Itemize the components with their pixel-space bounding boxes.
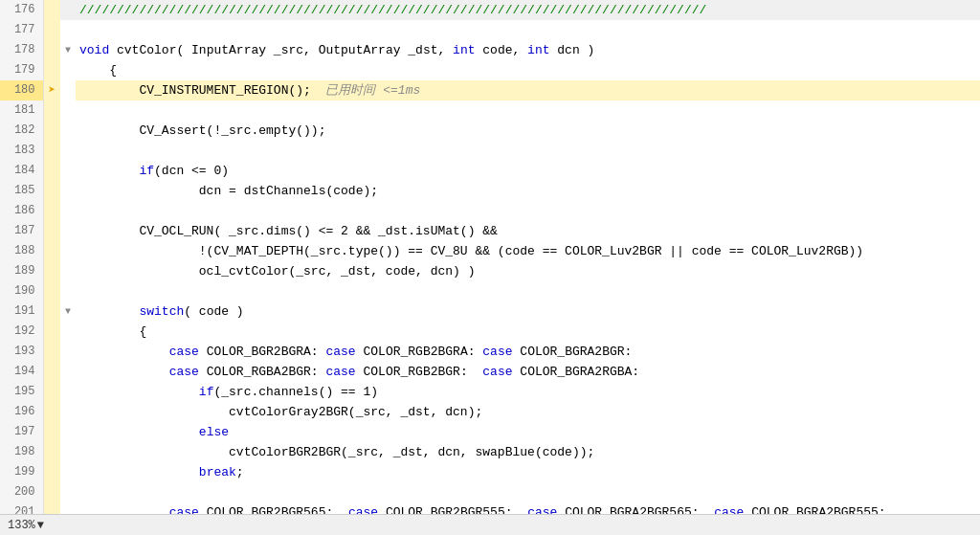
fold-indicator[interactable]: ▼ <box>60 301 76 322</box>
line-number: 176 <box>0 0 43 20</box>
line-number: 181 <box>0 100 43 121</box>
code-content: CV_Assert(!_src.empty()); <box>76 121 980 141</box>
fold-indicator <box>60 20 76 40</box>
table-row: 191▼ switch( code ) <box>0 301 980 322</box>
table-row: 178▼void cvtColor( InputArray _src, Outp… <box>0 40 980 60</box>
table-row: 200 <box>0 482 980 502</box>
debug-arrow <box>43 462 60 482</box>
table-row: 187 CV_OCL_RUN( _src.dims() <= 2 && _dst… <box>0 221 980 241</box>
debug-arrow <box>43 100 60 121</box>
table-row: 180➤ CV_INSTRUMENT_REGION(); 已用时间 <=1ms <box>0 80 980 100</box>
code-content <box>76 201 980 221</box>
table-row: 184 if(dcn <= 0) <box>0 161 980 181</box>
line-number: 195 <box>0 382 43 402</box>
table-row: 185 dcn = dstChannels(code); <box>0 181 980 201</box>
zoom-down-icon[interactable]: ▼ <box>37 519 44 532</box>
fold-indicator <box>60 221 76 241</box>
fold-indicator <box>60 60 76 80</box>
table-row: 176/////////////////////////////////////… <box>0 0 980 20</box>
fold-indicator <box>60 462 76 482</box>
table-row: 181 <box>0 100 980 121</box>
code-content: else <box>76 422 980 442</box>
table-row: 179 { <box>0 60 980 80</box>
fold-indicator <box>60 100 76 121</box>
code-content <box>76 482 980 502</box>
fold-indicator <box>60 442 76 462</box>
code-content: if(_src.channels() == 1) <box>76 382 980 402</box>
fold-indicator <box>60 241 76 261</box>
fold-indicator <box>60 362 76 382</box>
code-area[interactable]: 176/////////////////////////////////////… <box>0 0 980 514</box>
code-content: dcn = dstChannels(code); <box>76 181 980 201</box>
table-row: 197 else <box>0 422 980 442</box>
fold-indicator[interactable]: ▼ <box>60 40 76 60</box>
line-number: 199 <box>0 462 43 482</box>
fold-indicator <box>60 121 76 141</box>
line-number: 190 <box>0 281 43 301</box>
line-number: 194 <box>0 362 43 382</box>
line-number: 185 <box>0 181 43 201</box>
table-row: 188 !(CV_MAT_DEPTH(_src.type()) == CV_8U… <box>0 241 980 261</box>
line-number: 197 <box>0 422 43 442</box>
fold-indicator <box>60 281 76 301</box>
debug-arrow <box>43 482 60 502</box>
debug-arrow <box>43 342 60 362</box>
debug-arrow <box>43 502 60 514</box>
editor-container: 176/////////////////////////////////////… <box>0 0 980 535</box>
line-number: 178 <box>0 40 43 60</box>
debug-arrow <box>43 141 60 161</box>
debug-arrow <box>43 281 60 301</box>
line-number: 177 <box>0 20 43 40</box>
code-content: case COLOR_BGR2BGR565: case COLOR_BGR2BG… <box>76 502 980 514</box>
line-number: 198 <box>0 442 43 462</box>
debug-arrow <box>43 20 60 40</box>
code-table: 176/////////////////////////////////////… <box>0 0 980 514</box>
code-content: if(dcn <= 0) <box>76 161 980 181</box>
table-row: 194 case COLOR_RGBA2BGR: case COLOR_RGB2… <box>0 362 980 382</box>
fold-indicator <box>60 342 76 362</box>
code-content <box>76 141 980 161</box>
line-number: 186 <box>0 201 43 221</box>
fold-indicator <box>60 502 76 514</box>
debug-arrow: ➤ <box>43 80 60 100</box>
fold-indicator <box>60 201 76 221</box>
fold-indicator <box>60 261 76 281</box>
status-bar: 133% ▼ <box>0 514 980 535</box>
debug-arrow <box>43 382 60 402</box>
table-row: 196 cvtColorGray2BGR(_src, _dst, dcn); <box>0 402 980 422</box>
debug-arrow <box>43 201 60 221</box>
line-number: 189 <box>0 261 43 281</box>
table-row: 189 ocl_cvtColor(_src, _dst, code, dcn) … <box>0 261 980 281</box>
code-content: switch( code ) <box>76 301 980 322</box>
debug-arrow <box>43 121 60 141</box>
debug-arrow <box>43 241 60 261</box>
debug-arrow <box>43 60 60 80</box>
debug-arrow <box>43 161 60 181</box>
code-content: { <box>76 322 980 342</box>
table-row: 186 <box>0 201 980 221</box>
zoom-control[interactable]: 133% ▼ <box>8 519 44 532</box>
table-row: 177 <box>0 20 980 40</box>
code-content: ocl_cvtColor(_src, _dst, code, dcn) ) <box>76 261 980 281</box>
code-content: cvtColorGray2BGR(_src, _dst, dcn); <box>76 402 980 422</box>
debug-arrow <box>43 261 60 281</box>
debug-arrow <box>43 181 60 201</box>
code-content: break; <box>76 462 980 482</box>
fold-indicator <box>60 422 76 442</box>
line-number: 180 <box>0 80 43 100</box>
table-row: 192 { <box>0 322 980 342</box>
fold-indicator <box>60 181 76 201</box>
debug-arrow <box>43 362 60 382</box>
code-content: CV_OCL_RUN( _src.dims() <= 2 && _dst.isU… <box>76 221 980 241</box>
fold-indicator <box>60 402 76 422</box>
code-content: cvtColorBGR2BGR(_src, _dst, dcn, swapBlu… <box>76 442 980 462</box>
code-content: CV_INSTRUMENT_REGION(); 已用时间 <=1ms <box>76 80 980 100</box>
table-row: 199 break; <box>0 462 980 482</box>
table-row: 201 case COLOR_BGR2BGR565: case COLOR_BG… <box>0 502 980 514</box>
line-number: 179 <box>0 60 43 80</box>
fold-indicator <box>60 322 76 342</box>
code-content <box>76 20 980 40</box>
fold-indicator <box>60 0 76 20</box>
line-number: 183 <box>0 141 43 161</box>
code-content <box>76 281 980 301</box>
